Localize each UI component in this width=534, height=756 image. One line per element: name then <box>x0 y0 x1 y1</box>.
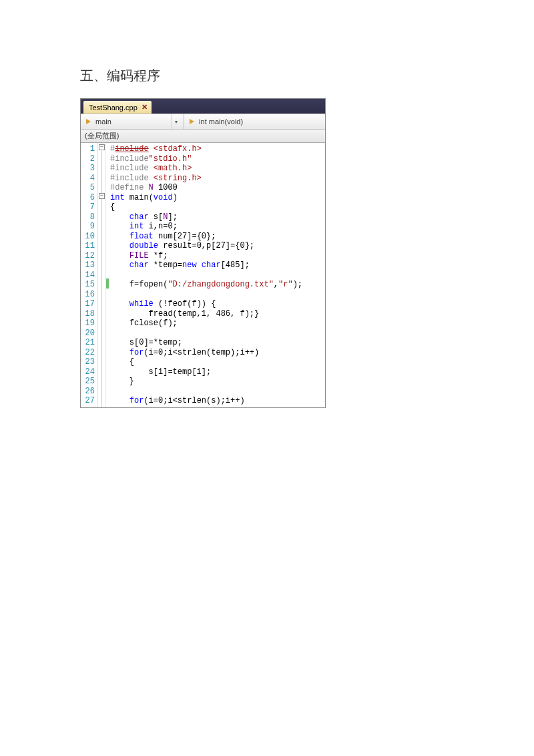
editor-tab[interactable]: TestShang.cpp ✕ <box>83 101 152 114</box>
nav-left-label: main <box>95 118 111 126</box>
tab-close-icon[interactable]: ✕ <box>142 103 148 112</box>
code-line[interactable]: int i,n=0; <box>110 222 302 232</box>
code-line[interactable]: while (!feof(f)) { <box>110 299 302 309</box>
line-number: 23 <box>82 357 95 367</box>
code-line[interactable]: f=fopen("D:/zhangdongdong.txt","r"); <box>110 280 302 290</box>
line-number: 12 <box>82 251 95 261</box>
chevron-down-icon[interactable]: ▾ <box>172 114 180 129</box>
line-number: 15 <box>82 280 95 290</box>
code-line[interactable] <box>110 387 302 397</box>
line-number: 11 <box>82 241 95 251</box>
nav-right-label: int main(void) <box>199 118 243 126</box>
line-number: 27 <box>82 396 95 406</box>
line-number: 7 <box>82 202 95 212</box>
line-number: 14 <box>82 270 95 280</box>
line-number: 13 <box>82 260 95 270</box>
code-line[interactable] <box>110 290 302 300</box>
line-number: 6 <box>82 193 95 203</box>
line-number: 22 <box>82 348 95 358</box>
line-number: 5 <box>82 183 95 193</box>
code-line[interactable]: fclose(f); <box>110 319 302 329</box>
code-line[interactable]: s[0]=*temp; <box>110 338 302 348</box>
line-number: 8 <box>82 212 95 222</box>
code-line[interactable]: #include <stdafx.h> <box>110 144 302 154</box>
code-line[interactable]: #include"stdio.h" <box>110 154 302 164</box>
nav-scope-dropdown[interactable]: main ▾ <box>81 114 184 129</box>
code-line[interactable]: float num[27]={0}; <box>110 232 302 242</box>
line-number: 26 <box>82 387 95 397</box>
fold-guide-line <box>101 151 102 407</box>
code-line[interactable] <box>110 329 302 339</box>
code-text[interactable]: #include <stdafx.h>#include"stdio.h"#inc… <box>109 143 302 407</box>
change-indicator-column <box>106 143 109 407</box>
nav-arrow-icon <box>85 118 93 126</box>
code-line[interactable]: for(i=0;i<strlen(temp);i++) <box>110 348 302 358</box>
fold-toggle-icon[interactable]: − <box>99 193 105 199</box>
code-line[interactable] <box>110 270 302 280</box>
line-number: 4 <box>82 174 95 184</box>
fold-column[interactable]: − − <box>98 143 106 407</box>
line-number: 25 <box>82 377 95 387</box>
modified-line-marker <box>106 278 109 289</box>
code-editor-window: TestShang.cpp ✕ main ▾ int main(void) (全… <box>80 98 326 408</box>
nav-arrow-icon <box>188 118 196 126</box>
code-line[interactable]: int main(void) <box>110 193 302 203</box>
code-line[interactable]: char s[N]; <box>110 212 302 222</box>
code-line[interactable]: { <box>110 202 302 212</box>
code-line[interactable]: double result=0,p[27]={0}; <box>110 241 302 251</box>
line-number: 1 <box>82 144 95 154</box>
line-number: 2 <box>82 154 95 164</box>
fold-toggle-icon[interactable]: − <box>99 144 105 150</box>
navigation-bar: main ▾ int main(void) <box>81 114 325 130</box>
line-number: 9 <box>82 222 95 232</box>
code-line[interactable]: { <box>110 357 302 367</box>
nav-member-dropdown[interactable]: int main(void) <box>184 114 325 129</box>
line-number: 17 <box>82 299 95 309</box>
code-line[interactable]: for(i=0;i<strlen(s);i++) <box>110 396 302 406</box>
line-number: 16 <box>82 290 95 300</box>
line-number: 24 <box>82 367 95 377</box>
code-line[interactable]: FILE *f; <box>110 251 302 261</box>
code-line[interactable]: } <box>110 377 302 387</box>
tab-filename: TestShang.cpp <box>89 104 138 112</box>
code-line[interactable]: #define N 1000 <box>110 183 302 193</box>
code-line[interactable]: s[i]=temp[i]; <box>110 367 302 377</box>
code-line[interactable]: fread(temp,1, 486, f);} <box>110 309 302 319</box>
code-line[interactable]: char *temp=new char[485]; <box>110 260 302 270</box>
scope-label: (全局范围) <box>81 130 325 143</box>
line-number: 18 <box>82 309 95 319</box>
code-area[interactable]: 1234567891011121314151617181920212223242… <box>81 143 325 407</box>
line-number: 20 <box>82 329 95 339</box>
line-number: 19 <box>82 319 95 329</box>
code-line[interactable]: #include <string.h> <box>110 174 302 184</box>
tab-bar: TestShang.cpp ✕ <box>81 99 325 114</box>
line-number-gutter: 1234567891011121314151617181920212223242… <box>81 143 98 407</box>
line-number: 10 <box>82 232 95 242</box>
line-number: 21 <box>82 338 95 348</box>
section-heading: 五、编码程序 <box>80 67 534 85</box>
code-line[interactable]: #include <math.h> <box>110 164 302 174</box>
line-number: 3 <box>82 164 95 174</box>
